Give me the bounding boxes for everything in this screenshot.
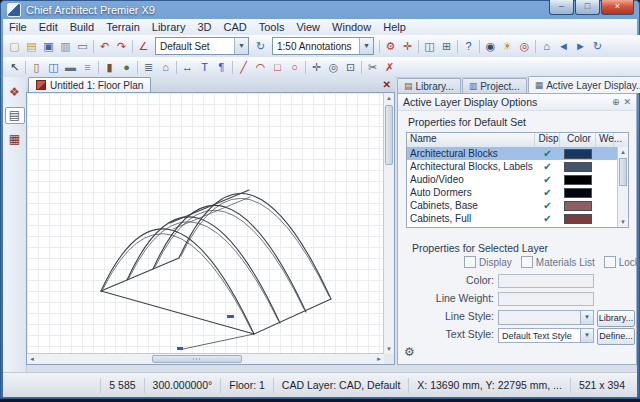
rich-text-icon[interactable]: ¶: [213, 59, 230, 75]
checkbox[interactable]: Materials List: [521, 256, 595, 268]
display-check-cell[interactable]: [535, 213, 560, 224]
table-row[interactable]: Architectural Blocks, Labels: [407, 160, 618, 173]
table-row[interactable]: Cabinets, Full: [407, 212, 618, 225]
horizontal-scroll-thumb[interactable]: [152, 355, 242, 363]
layer-color-cell[interactable]: [560, 149, 596, 159]
display-check-cell[interactable]: [535, 174, 560, 185]
chevron-down-icon[interactable]: ▼: [580, 329, 593, 342]
checkbox[interactable]: Lock: [604, 256, 640, 268]
display-check-cell[interactable]: [535, 200, 560, 211]
export-icon[interactable]: ▥: [57, 38, 74, 54]
scroll-right-icon[interactable]: ►: [374, 354, 384, 364]
chevron-down-icon[interactable]: ▼: [359, 38, 373, 54]
menu-item[interactable]: CAD: [217, 21, 252, 33]
redo-icon[interactable]: ↷: [113, 38, 130, 54]
wall-icon[interactable]: ▬: [62, 59, 79, 75]
camera-view-icon[interactable]: ◉: [482, 38, 499, 54]
scroll-down-icon[interactable]: ▼: [618, 217, 628, 227]
help-icon[interactable]: ?: [460, 38, 477, 54]
tape-measure-icon[interactable]: ∠: [135, 38, 152, 54]
settings-gear-icon[interactable]: ⚙: [404, 345, 415, 359]
select-objects-icon[interactable]: ↖: [6, 59, 23, 75]
back-view-icon[interactable]: ◄: [555, 38, 572, 54]
menu-item[interactable]: Library: [146, 21, 192, 33]
text-icon[interactable]: T: [196, 59, 213, 75]
cad-box-icon[interactable]: □: [269, 59, 286, 75]
menu-item[interactable]: 3D: [191, 21, 217, 33]
wrench-icon[interactable]: ⚙: [382, 38, 399, 54]
checkbox-box[interactable]: [604, 256, 616, 268]
display-check-cell[interactable]: [535, 148, 560, 159]
line-weight-field[interactable]: [498, 292, 594, 306]
layer-set-refresh-icon[interactable]: ↻: [252, 38, 269, 54]
save-icon[interactable]: ▣: [40, 38, 57, 54]
layer-color-cell[interactable]: [560, 201, 596, 211]
undo-icon[interactable]: ↶: [96, 38, 113, 54]
scroll-left-icon[interactable]: ◄: [27, 354, 37, 364]
horizontal-scrollbar[interactable]: ◄ ►: [27, 353, 384, 364]
delete-icon[interactable]: ✗: [381, 59, 398, 75]
pan-icon[interactable]: ✛: [308, 59, 325, 75]
fixture-icon[interactable]: ●: [118, 59, 135, 75]
color-field[interactable]: [498, 274, 594, 288]
roof-icon[interactable]: ⌂: [157, 59, 174, 75]
table-row[interactable]: Auto Dormers: [407, 186, 618, 199]
stacked-boxes-icon[interactable]: ▤: [5, 107, 25, 124]
table-row[interactable]: Audio/Video: [407, 173, 618, 186]
scroll-up-icon[interactable]: ▲: [618, 147, 628, 157]
fill-window-icon[interactable]: ⊡: [342, 59, 359, 75]
chevron-down-icon[interactable]: ▼: [580, 311, 593, 324]
checkbox[interactable]: Display: [464, 256, 512, 268]
layer-table-header[interactable]: Name Disp Color We...: [407, 133, 628, 148]
menu-item[interactable]: File: [3, 21, 33, 33]
checkbox-box[interactable]: [521, 256, 533, 268]
layer-set-combo[interactable]: Default Set ▼: [155, 37, 249, 55]
checkbox-box[interactable]: [464, 256, 476, 268]
forward-view-icon[interactable]: ►: [572, 38, 589, 54]
tab-project[interactable]: ▥ Project...: [462, 78, 527, 93]
door-icon[interactable]: ▯: [28, 59, 45, 75]
maximize-button[interactable]: □: [575, 0, 600, 15]
close-button[interactable]: ×: [601, 0, 634, 15]
display-check-cell[interactable]: [535, 187, 560, 198]
break-icon[interactable]: ✂: [364, 59, 381, 75]
customize-toolbar-icon[interactable]: ✛: [399, 38, 416, 54]
table-scroll-thumb[interactable]: [619, 158, 627, 186]
refresh-display-icon[interactable]: ↻: [589, 38, 606, 54]
menu-item[interactable]: Window: [326, 21, 377, 33]
home-icon[interactable]: ⌂: [538, 38, 555, 54]
vertical-scrollbar[interactable]: ▲ ▼: [383, 93, 394, 354]
print-icon[interactable]: ▭: [74, 38, 91, 54]
open-plan-icon[interactable]: ▤: [23, 38, 40, 54]
cad-arc-icon[interactable]: ◠: [252, 59, 269, 75]
menu-item[interactable]: Build: [64, 21, 100, 33]
layer-color-cell[interactable]: [560, 162, 596, 172]
table-scrollbar[interactable]: ▲ ▼: [617, 147, 628, 227]
table-row[interactable]: Cabinets, Base: [407, 199, 618, 212]
annotation-scale-combo[interactable]: 1:50 Annotations ▼: [272, 37, 374, 55]
title-bar[interactable]: Chief Architect Premier X9: [7, 2, 155, 18]
minimize-button[interactable]: –: [549, 0, 574, 15]
tab-library[interactable]: ▤ Library...: [397, 78, 461, 93]
menu-item[interactable]: Help: [377, 21, 412, 33]
menu-item[interactable]: Tools: [253, 21, 291, 33]
line-style-combo[interactable]: ▼: [498, 310, 594, 325]
define-button[interactable]: Define...: [597, 328, 635, 345]
library-button[interactable]: Library...: [597, 310, 635, 327]
railing-icon[interactable]: ≡: [79, 59, 96, 75]
stairs-icon[interactable]: ≣: [140, 59, 157, 75]
tile-windows-icon[interactable]: ⊞: [438, 38, 455, 54]
plan-canvas[interactable]: [27, 93, 384, 354]
layer-color-cell[interactable]: [560, 188, 596, 198]
close-panel-icon[interactable]: ✕: [623, 97, 631, 107]
close-view-icon[interactable]: ✕: [383, 79, 391, 90]
layer-color-cell[interactable]: [560, 175, 596, 185]
cad-circle-icon[interactable]: ○: [286, 59, 303, 75]
scroll-up-icon[interactable]: ▲: [384, 93, 394, 103]
cascade-windows-icon[interactable]: ◫: [421, 38, 438, 54]
display-check-cell[interactable]: [535, 161, 560, 172]
new-plan-icon[interactable]: ▢: [6, 38, 23, 54]
tab-active-layer-display[interactable]: ▦ Active Layer Display...: [528, 76, 640, 93]
window-icon[interactable]: ◫: [45, 59, 62, 75]
tab-floor-plan[interactable]: Untitled 1: Floor Plan: [28, 77, 151, 92]
